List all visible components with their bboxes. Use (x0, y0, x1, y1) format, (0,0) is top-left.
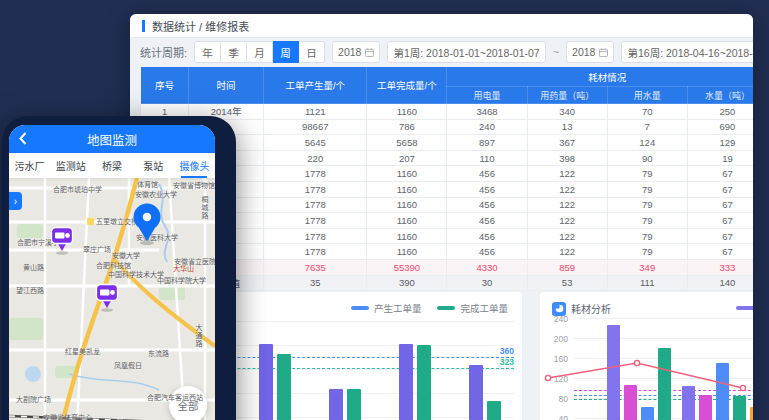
week-end-input[interactable]: 第16周: 2018-04-16~2018-04-22 (621, 41, 753, 63)
average-cell: 111 (607, 275, 687, 291)
map-label: 中国科学技术大学 (108, 271, 164, 278)
table-cell: 240 (447, 119, 527, 135)
bar-完成工单量[interactable] (347, 389, 361, 420)
table-cell: 67 (687, 244, 753, 260)
map-label: 黄山路 (23, 264, 44, 271)
screenshot-stage: 数据统计 / 维修报表 统计周期: 年季月周日 2018 第1周: 2018-0… (0, 0, 769, 420)
table-cell: 897 (447, 135, 527, 151)
consumable-bar[interactable] (641, 407, 654, 420)
period-option-月[interactable]: 月 (247, 41, 273, 63)
total-cell: 349 (607, 259, 687, 275)
range-separator: ~ (553, 46, 559, 58)
bar-完成工单量[interactable] (487, 401, 501, 420)
tab-桥梁[interactable]: 桥梁 (91, 153, 132, 178)
map-label: 合肥汽车客运西站 (147, 394, 203, 401)
bar-完成工单量[interactable] (277, 354, 291, 420)
table-cell: 398 (527, 150, 607, 166)
table-cell: 1160 (367, 197, 447, 213)
filter-label: 统计周期: (140, 44, 187, 60)
table-cell: 122 (527, 181, 607, 197)
consumable-bar[interactable] (716, 363, 729, 420)
year-start-picker[interactable]: 2018 (332, 41, 380, 63)
column-header: 工单完成量/个 (367, 67, 447, 104)
phone-tabbar: 污水厂监测站桥梁泵站摄像头 (9, 153, 215, 178)
table-cell: 1778 (264, 228, 367, 244)
camera-pin-icon[interactable] (95, 283, 119, 313)
table-cell: 3468 (447, 104, 527, 120)
table-cell: 456 (447, 228, 527, 244)
filter-toolbar: 统计周期: 年季月周日 2018 第1周: 2018-01-01~2018-01… (130, 38, 753, 66)
map-label: 东流路 (148, 350, 169, 357)
table-cell: 690 (687, 119, 753, 135)
back-icon[interactable] (19, 132, 27, 145)
period-group: 年季月周日 (194, 41, 325, 63)
table-cell: 90 (607, 150, 687, 166)
consumable-bar[interactable] (699, 395, 712, 420)
consumable-bar[interactable] (658, 348, 671, 420)
road-badge-icon (87, 218, 94, 225)
table-cell: 786 (367, 119, 447, 135)
consumable-bar[interactable] (750, 407, 753, 420)
camera-pin-icon[interactable] (50, 226, 74, 256)
reference-line-label: 323 (500, 357, 514, 367)
tab-摄像头[interactable]: 摄像头 (174, 153, 215, 178)
map-label: 体育馆 (137, 181, 158, 188)
tab-泵站[interactable]: 泵站 (133, 153, 174, 178)
breadcrumb: 数据统计 / 维修报表 (130, 14, 753, 38)
period-option-周[interactable]: 周 (273, 41, 299, 63)
consumables-chart-card: 耗材分析 2402001601208040 (540, 292, 753, 420)
table-cell: 5645 (264, 135, 367, 151)
consumable-bar[interactable] (733, 396, 746, 420)
table-cell: 13 (527, 119, 607, 135)
average-cell: 35 (264, 275, 367, 291)
table-cell: 1778 (264, 197, 367, 213)
table-cell: 124 (607, 135, 687, 151)
consumable-bar[interactable] (607, 325, 620, 420)
map-label: 桐城路 (201, 196, 208, 220)
table-cell: 456 (447, 213, 527, 229)
map-label: 大华山 (173, 265, 194, 272)
table-cell: 1160 (367, 244, 447, 260)
table-cell: 7 (607, 119, 687, 135)
map-expander-button[interactable]: › (9, 192, 22, 210)
table-cell: 456 (447, 166, 527, 182)
table-cell: 1778 (264, 244, 367, 260)
table-cell: 1778 (264, 181, 367, 197)
table-cell: 1160 (367, 166, 447, 182)
tab-监测站[interactable]: 监测站 (50, 153, 91, 178)
bar-产生工单量[interactable] (469, 365, 483, 420)
selected-location-pin-icon[interactable] (129, 202, 165, 246)
bar-产生工单量[interactable] (329, 389, 343, 420)
map-label: 安徽省立医院 (174, 258, 215, 265)
sub-column-header: 用水量 (607, 87, 687, 104)
bar-完成工单量[interactable] (417, 345, 431, 420)
map-view[interactable]: › 全部 合肥市琥珀中学体育馆安徽农业大学安徽省博物馆五里墩立交桥合肥市宁溪小学… (9, 178, 215, 420)
table-cell: 1121 (264, 104, 367, 120)
consumable-bar[interactable] (624, 385, 637, 420)
table-cell: 67 (687, 166, 753, 182)
period-option-日[interactable]: 日 (299, 41, 325, 63)
period-option-季[interactable]: 季 (221, 41, 247, 63)
table-cell: 1160 (367, 228, 447, 244)
map-label: 红星美凯龙 (65, 348, 100, 355)
total-cell: 7635 (264, 259, 367, 275)
table-cell: 456 (447, 244, 527, 260)
consumables-plot: 2402001601208040 (540, 292, 753, 420)
map-label: 安徽省博物馆 (173, 182, 215, 189)
breadcrumb-accent-bar (142, 20, 145, 32)
table-cell: 122 (527, 197, 607, 213)
map-all-button[interactable]: 全部 (169, 386, 207, 420)
year-end-picker[interactable]: 2018 (566, 41, 614, 63)
table-row[interactable]: 12014年11211160346834070250 (141, 104, 754, 120)
consumable-bar[interactable] (682, 386, 695, 420)
week-start-input[interactable]: 第1周: 2018-01-01~2018-01-07 (387, 41, 545, 63)
map-label: 大剧院广场 (16, 396, 51, 403)
bar-产生工单量[interactable] (259, 344, 273, 420)
bar-产生工单量[interactable] (399, 344, 413, 420)
column-header: 工单产生量/个 (264, 67, 367, 104)
map-label: 翠庄广场 (83, 246, 111, 253)
table-cell: 456 (447, 181, 527, 197)
y-axis-tick: 120 (544, 374, 568, 384)
period-option-年[interactable]: 年 (194, 41, 221, 63)
tab-污水厂[interactable]: 污水厂 (9, 153, 50, 178)
